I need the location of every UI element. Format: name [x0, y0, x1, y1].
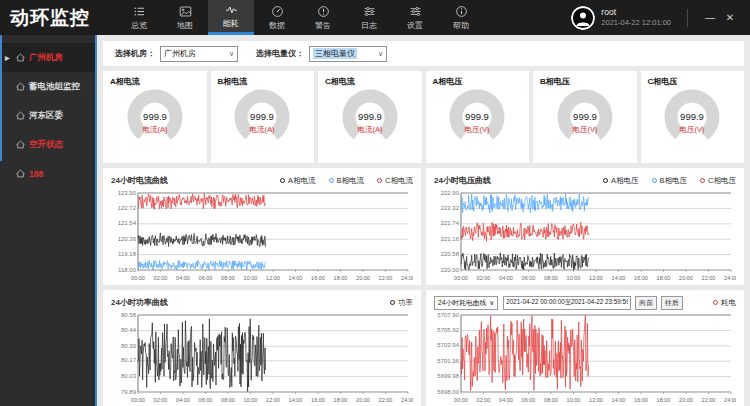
sidebar-item-breaker-status[interactable]: 空开状态	[0, 130, 95, 159]
svg-text:06:00: 06:00	[199, 397, 213, 403]
sidebar-item-label: 蓄电池组监控	[29, 81, 80, 93]
svg-text:10:00: 10:00	[567, 275, 581, 281]
chart-card-energy-24h: 24小时耗电曲线 ∨ 向前 往后 耗电 5707.905705.925703.9…	[426, 290, 744, 406]
svg-text:123.90: 123.90	[118, 190, 137, 196]
svg-text:5699.98: 5699.98	[437, 373, 459, 379]
sidebar-item-battery-group-monitor[interactable]: 蓄电池组监控	[0, 72, 95, 101]
room-select[interactable]: 广州机房 ∨	[160, 46, 238, 62]
sidebar-item-label: 河东区委	[29, 110, 63, 122]
meter-select[interactable]: 三相电量仪 ∨	[309, 46, 387, 62]
tab-log[interactable]: 日志	[346, 0, 392, 35]
gauge-title: C相电压	[648, 76, 738, 87]
svg-text:14:00: 14:00	[612, 275, 626, 281]
svg-text:18:00: 18:00	[657, 397, 671, 403]
svg-text:22:00: 22:00	[702, 275, 716, 281]
sidebar-item-label: 空开状态	[29, 139, 63, 151]
legend-item[interactable]: C相电压	[700, 176, 736, 186]
tab-label: 警告	[315, 20, 331, 31]
svg-text:12:00: 12:00	[266, 397, 280, 403]
chart-svg: 80.5880.4480.3080.1780.0379.8900:0002:00…	[111, 311, 413, 403]
chart-card-voltage-24h: 24小时电压曲线 A相电压B相电压C相电压 222.90222.32221.74…	[426, 168, 744, 285]
legend-label: B相电压	[660, 176, 688, 186]
gauge-title: B相电压	[540, 76, 630, 87]
svg-text:5698.00: 5698.00	[437, 389, 459, 395]
home-icon	[15, 52, 26, 63]
svg-text:18:00: 18:00	[334, 275, 348, 281]
tab-settings[interactable]: 设置	[392, 0, 438, 35]
home-icon	[15, 168, 26, 179]
svg-text:16:00: 16:00	[634, 397, 648, 403]
forward-button[interactable]: 向前	[635, 296, 657, 310]
tab-data[interactable]: 数据	[254, 0, 300, 35]
room-select-label: 选择机房：	[115, 48, 155, 59]
gauge-card-phase-c-voltage: C相电压999.9电压(V)	[641, 71, 745, 163]
legend-label: 耗电	[721, 298, 736, 308]
tab-map[interactable]: 地图	[162, 0, 208, 35]
svg-text:电压(V): 电压(V)	[680, 125, 706, 134]
legend-ring-icon	[280, 178, 285, 183]
tab-label: 设置	[407, 20, 423, 31]
svg-text:24:00: 24:00	[401, 275, 413, 281]
svg-text:02:00: 02:00	[154, 397, 168, 403]
backward-button[interactable]: 往后	[661, 296, 683, 310]
gauge-dial: 999.9电压(V)	[433, 88, 523, 152]
minimize-button[interactable]: —	[700, 12, 720, 23]
chart-svg: 222.90222.32221.74221.16220.58220.0000:0…	[434, 189, 736, 281]
svg-text:00:00: 00:00	[131, 397, 145, 403]
svg-text:14:00: 14:00	[289, 397, 303, 403]
tab-label: 地图	[177, 20, 193, 31]
svg-text:04:00: 04:00	[499, 397, 513, 403]
svg-text:999.9: 999.9	[143, 111, 167, 122]
legend-label: A相电压	[611, 176, 639, 186]
legend-item[interactable]: C相电流	[377, 176, 413, 186]
tab-label: 数据	[269, 20, 285, 31]
legend-item[interactable]: 耗电	[713, 298, 736, 308]
svg-text:20:00: 20:00	[356, 397, 370, 403]
app-title: 动环监控	[0, 0, 116, 35]
chart-card-current-24h: 24小时电流曲线 A相电流B相电流C相电流 123.90122.72121.54…	[103, 168, 421, 285]
energy-curve-select[interactable]: 24小时耗电曲线 ∨	[434, 296, 498, 310]
gauge-card-phase-a-current: A相电流999.9电流(A)	[103, 71, 207, 163]
tab-alert[interactable]: 警告	[300, 0, 346, 35]
tab-help[interactable]: 帮助	[438, 0, 484, 35]
legend-item[interactable]: B相电流	[329, 176, 365, 186]
svg-text:10:00: 10:00	[244, 397, 258, 403]
chart-svg: 123.90122.72121.54120.36119.18118.0000:0…	[111, 189, 413, 281]
legend-item[interactable]: A相电流	[280, 176, 316, 186]
svg-text:16:00: 16:00	[311, 397, 325, 403]
svg-text:02:00: 02:00	[477, 275, 491, 281]
gauges-row: A相电流999.9电流(A)B相电流999.9电流(A)C相电流999.9电流(…	[103, 71, 744, 163]
svg-text:220.00: 220.00	[441, 267, 460, 273]
legend-item[interactable]: 功率	[390, 298, 413, 308]
tab-energy[interactable]: 能耗	[208, 0, 254, 35]
gauge-title: B相电流	[218, 76, 308, 87]
svg-text:06:00: 06:00	[199, 275, 213, 281]
user-avatar-icon[interactable]	[571, 6, 595, 30]
svg-text:999.9: 999.9	[358, 111, 382, 122]
left-edge-accent	[0, 35, 2, 161]
legend-ring-icon	[377, 178, 382, 183]
sidebar-item-label: 188	[29, 169, 43, 179]
svg-text:999.9: 999.9	[573, 111, 597, 122]
date-range-input[interactable]	[503, 296, 631, 310]
legend-item[interactable]: A相电压	[603, 176, 639, 186]
svg-text:06:00: 06:00	[522, 275, 536, 281]
svg-text:电流(A): 电流(A)	[357, 125, 383, 134]
svg-text:80.58: 80.58	[121, 312, 137, 318]
sidebar-item-guangzhou-room[interactable]: ▶广州机房	[0, 43, 95, 72]
help-icon	[455, 5, 468, 18]
svg-text:00:00: 00:00	[131, 275, 145, 281]
datetime: 2021-04-22 12:01:00	[601, 18, 671, 28]
tab-overview[interactable]: 总览	[116, 0, 162, 35]
svg-text:12:00: 12:00	[266, 275, 280, 281]
gauge-title: A相电压	[433, 76, 523, 87]
chart-title: 24小时电流曲线	[111, 175, 168, 186]
svg-text:999.9: 999.9	[465, 111, 489, 122]
sidebar-item-hedong-district[interactable]: 河东区委	[0, 101, 95, 130]
svg-text:02:00: 02:00	[154, 275, 168, 281]
close-button[interactable]: ✕	[720, 12, 740, 23]
chart-title: 24小时功率曲线	[111, 297, 168, 308]
home-icon	[15, 81, 26, 92]
sidebar-item-node-188[interactable]: 188	[0, 159, 95, 188]
legend-item[interactable]: B相电压	[652, 176, 688, 186]
